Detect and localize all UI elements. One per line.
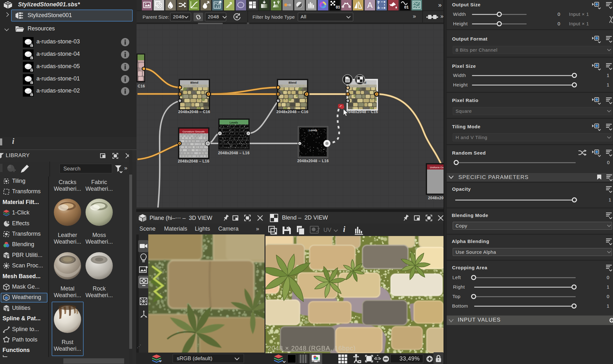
svg-text:Blend: Blend [190, 81, 198, 84]
svg-text:01: 01 [336, 5, 340, 10]
svg-text:C16: C16 [137, 84, 145, 88]
svg-text:2048x2048 – L16: 2048x2048 – L16 [218, 151, 249, 155]
svg-text:2048x2048 – C16: 2048x2048 – C16 [346, 110, 378, 114]
svg-text:1:1: 1:1 [375, 356, 380, 360]
svg-text:A: A [367, 1, 373, 10]
svg-text:Levels: Levels [230, 121, 238, 124]
svg-text:2048x2048 –: 2048x2048 – [428, 196, 444, 200]
svg-text:01: 01 [404, 5, 409, 10]
svg-text:Uniform Col: Uniform Col [430, 166, 444, 169]
svg-text:Curvature Smooth: Curvature Smooth [182, 130, 205, 133]
svg-text:Blend: Blend [289, 81, 297, 84]
svg-text:2048x2048 – L16: 2048x2048 – L16 [178, 159, 209, 163]
svg-text:2048x2048 – C16: 2048x2048 – C16 [178, 110, 210, 114]
svg-text:2048x2048 – L16: 2048x2048 – L16 [297, 159, 329, 163]
svg-text:2048x2048 – C16: 2048x2048 – C16 [277, 110, 309, 114]
svg-text:Levels: Levels [309, 129, 317, 132]
